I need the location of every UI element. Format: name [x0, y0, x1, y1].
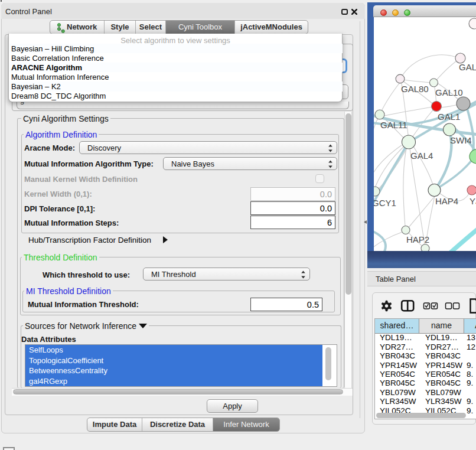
svg-text:GAL10: GAL10: [435, 87, 463, 97]
svg-text:SWI4: SWI4: [450, 135, 472, 145]
svg-text:GAL11: GAL11: [380, 120, 407, 130]
svg-text:HAP4: HAP4: [435, 196, 458, 206]
svg-text:YJ: YJ: [470, 196, 476, 206]
svg-text:GAL4: GAL4: [410, 151, 433, 161]
svg-text:HAP2: HAP2: [406, 234, 429, 244]
svg-text:GAL2: GAL2: [459, 62, 476, 72]
svg-text:GCY1: GCY1: [374, 198, 396, 208]
svg-text:GAL80: GAL80: [401, 84, 429, 94]
svg-text:GAL1: GAL1: [438, 112, 460, 122]
